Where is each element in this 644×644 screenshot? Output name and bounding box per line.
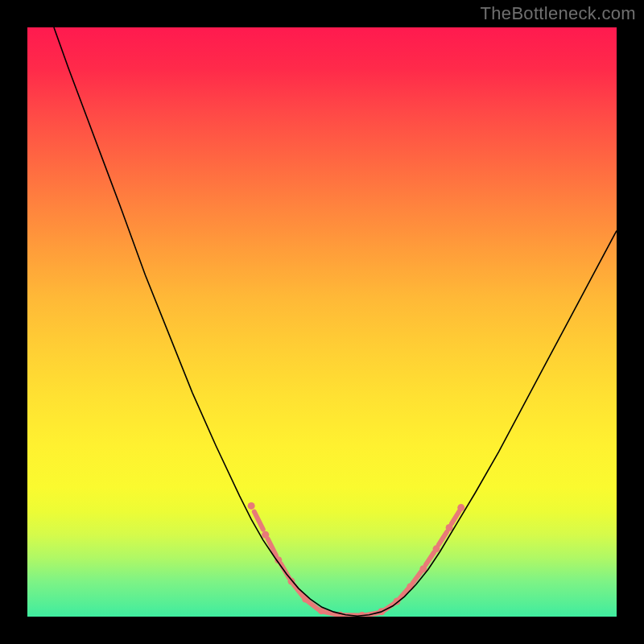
- plot-area: [27, 27, 617, 617]
- bottleneck-curve: [54, 27, 617, 616]
- salmon-dot: [457, 504, 464, 511]
- salmon-dot: [248, 502, 255, 510]
- salmon-dash: [413, 572, 421, 583]
- salmon-dash: [308, 601, 318, 609]
- watermark-text: TheBottleneck.com: [481, 3, 636, 24]
- chart-frame: TheBottleneck.com: [0, 0, 644, 644]
- salmon-dot: [262, 531, 269, 539]
- salmon-dot: [433, 545, 440, 552]
- plot-svg: [27, 27, 617, 617]
- salmon-dash-group: [254, 511, 460, 616]
- salmon-dot: [446, 524, 453, 531]
- salmon-dot: [407, 583, 414, 590]
